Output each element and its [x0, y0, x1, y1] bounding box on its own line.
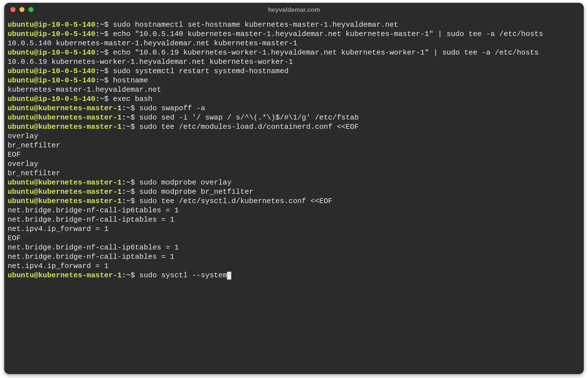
prompt-dollar: $	[131, 197, 139, 205]
prompt-dollar: $	[104, 95, 113, 103]
prompt-colon: :	[122, 197, 126, 205]
prompt-userhost: ubuntu@ip-10-0-5-140	[8, 30, 95, 38]
command-text: sudo modprobe overlay	[139, 178, 232, 187]
output-text: EOF	[8, 234, 21, 242]
prompt-userhost: ubuntu@ip-10-0-5-140	[8, 21, 95, 29]
prompt-path: ~	[100, 21, 104, 29]
output-text: net.bridge.bridge-nf-call-iptables = 1	[8, 215, 174, 224]
terminal-output-line: 10.0.6.19 kubernetes-worker-1.heyvaldema…	[8, 57, 580, 67]
prompt-dollar: $	[131, 188, 139, 196]
prompt-path: ~	[100, 95, 104, 103]
output-text: br_netfilter	[8, 169, 60, 177]
output-text: br_netfilter	[8, 141, 60, 150]
prompt-colon: :	[95, 95, 100, 103]
command-text: sudo tee /etc/modules-load.d/containerd.…	[139, 123, 359, 131]
prompt-userhost: ubuntu@kubernetes-master-1	[8, 178, 122, 187]
terminal-output-line: net.bridge.bridge-nf-call-iptables = 1	[8, 252, 580, 262]
terminal-command-line: ubuntu@ip-10-0-5-140:~$ exec bash	[8, 94, 580, 104]
prompt-path: ~	[126, 178, 131, 187]
output-text: EOF	[8, 150, 21, 159]
output-text: overlay	[8, 132, 38, 140]
prompt-path: ~	[126, 197, 131, 205]
prompt-path: ~	[126, 113, 131, 122]
prompt-dollar: $	[131, 104, 139, 112]
terminal-command-line: ubuntu@ip-10-0-5-140:~$ echo "10.0.6.19 …	[8, 48, 580, 57]
terminal-command-line: ubuntu@ip-10-0-5-140:~$ hostname	[8, 76, 580, 85]
terminal-command-line: ubuntu@ip-10-0-5-140:~$ sudo hostnamectl…	[8, 20, 580, 30]
prompt-userhost: ubuntu@kubernetes-master-1	[8, 123, 122, 131]
minimize-icon[interactable]	[19, 7, 24, 12]
terminal-output-line: net.bridge.bridge-nf-call-iptables = 1	[8, 215, 580, 224]
prompt-path: ~	[126, 104, 131, 112]
prompt-colon: :	[122, 188, 126, 196]
output-text: net.bridge.bridge-nf-call-iptables = 1	[8, 253, 174, 261]
prompt-path: ~	[126, 188, 131, 196]
prompt-dollar: $	[131, 123, 139, 131]
prompt-path: ~	[100, 30, 104, 38]
prompt-userhost: ubuntu@kubernetes-master-1	[8, 197, 122, 205]
prompt-colon: :	[122, 123, 126, 131]
prompt-colon: :	[122, 104, 126, 112]
output-text: kubernetes-master-1.heyvaldemar.net	[8, 86, 161, 94]
prompt-path: ~	[100, 76, 104, 85]
output-text: net.bridge.bridge-nf-call-ip6tables = 1	[8, 206, 179, 215]
prompt-colon: :	[95, 48, 100, 57]
terminal-output-line: overlay	[8, 132, 580, 141]
prompt-dollar: $	[104, 67, 113, 75]
traffic-lights	[10, 7, 33, 12]
close-icon[interactable]	[10, 7, 15, 12]
prompt-userhost: ubuntu@ip-10-0-5-140	[8, 67, 95, 75]
terminal-output-line: EOF	[8, 150, 580, 159]
command-text: echo "10.0.5.140 kubernetes-master-1.hey…	[113, 30, 543, 38]
prompt-dollar: $	[104, 21, 113, 29]
terminal-command-line: ubuntu@ip-10-0-5-140:~$ echo "10.0.5.140…	[8, 30, 580, 39]
terminal-output-line: br_netfilter	[8, 169, 580, 178]
terminal-output-line: 10.0.5.140 kubernetes-master-1.heyvaldem…	[8, 39, 580, 48]
terminal-command-line: ubuntu@kubernetes-master-1:~$ sudo tee /…	[8, 122, 580, 132]
prompt-userhost: ubuntu@kubernetes-master-1	[8, 104, 122, 112]
command-text: hostname	[113, 76, 148, 85]
terminal-output-line: net.ipv4.ip_forward = 1	[8, 224, 580, 234]
cursor-icon	[227, 272, 231, 280]
output-text: overlay	[8, 160, 38, 168]
terminal-output-line: net.bridge.bridge-nf-call-ip6tables = 1	[8, 206, 580, 215]
terminal-command-line: ubuntu@kubernetes-master-1:~$ sudo sed -…	[8, 113, 580, 122]
output-text: net.bridge.bridge-nf-call-ip6tables = 1	[8, 243, 179, 252]
prompt-dollar: $	[104, 76, 113, 85]
prompt-userhost: ubuntu@ip-10-0-5-140	[8, 48, 95, 57]
command-text: sudo swapoff -a	[139, 104, 205, 112]
output-text: net.ipv4.ip_forward = 1	[8, 262, 109, 270]
terminal-command-line: ubuntu@ip-10-0-5-140:~$ sudo systemctl r…	[8, 67, 580, 76]
prompt-dollar: $	[131, 271, 139, 280]
command-text: echo "10.0.6.19 kubernetes-worker-1.heyv…	[113, 48, 539, 57]
prompt-colon: :	[95, 21, 100, 29]
output-text: 10.0.6.19 kubernetes-worker-1.heyvaldema…	[8, 58, 293, 66]
command-text: sudo sysctl --system	[139, 271, 227, 280]
terminal-output-line: overlay	[8, 159, 580, 169]
prompt-colon: :	[122, 178, 126, 187]
terminal-command-line: ubuntu@kubernetes-master-1:~$ sudo tee /…	[8, 197, 580, 206]
prompt-dollar: $	[104, 30, 113, 38]
command-text: sudo systemctl restart systemd-hostnamed	[113, 67, 289, 75]
terminal-body[interactable]: ubuntu@ip-10-0-5-140:~$ sudo hostnamectl…	[4, 16, 584, 280]
terminal-output-line: br_netfilter	[8, 141, 580, 150]
terminal-command-line: ubuntu@kubernetes-master-1:~$ sudo swapo…	[8, 104, 580, 113]
titlebar: heyvaldemar.com	[4, 3, 584, 16]
prompt-colon: :	[122, 271, 126, 280]
prompt-userhost: ubuntu@kubernetes-master-1	[8, 271, 122, 280]
prompt-dollar: $	[131, 178, 139, 187]
output-text: 10.0.5.140 kubernetes-master-1.heyvaldem…	[8, 39, 297, 48]
terminal-output-line: net.ipv4.ip_forward = 1	[8, 262, 580, 271]
prompt-userhost: ubuntu@kubernetes-master-1	[8, 188, 122, 196]
command-text: sudo sed -i '/ swap / s/^\(.*\)$/#\1/g' …	[139, 113, 359, 122]
prompt-userhost: ubuntu@ip-10-0-5-140	[8, 76, 95, 85]
maximize-icon[interactable]	[28, 7, 33, 12]
terminal-command-line: ubuntu@kubernetes-master-1:~$ sudo sysct…	[8, 271, 580, 280]
terminal-command-line: ubuntu@kubernetes-master-1:~$ sudo modpr…	[8, 187, 580, 197]
prompt-dollar: $	[104, 48, 113, 57]
terminal-output-line: net.bridge.bridge-nf-call-ip6tables = 1	[8, 243, 580, 252]
prompt-colon: :	[95, 76, 100, 85]
command-text: sudo hostnamectl set-hostname kubernetes…	[113, 21, 398, 29]
prompt-userhost: ubuntu@ip-10-0-5-140	[8, 95, 95, 103]
prompt-userhost: ubuntu@kubernetes-master-1	[8, 113, 122, 122]
